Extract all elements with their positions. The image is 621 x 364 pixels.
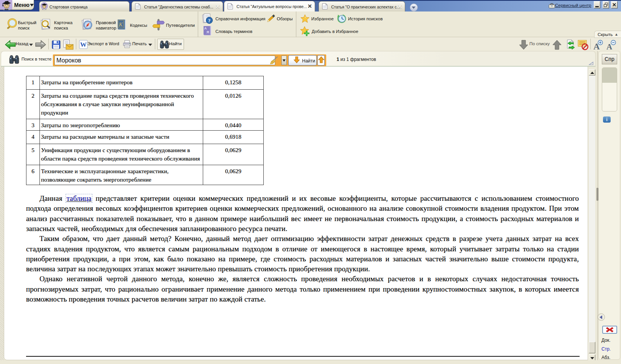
svg-text:А: А [204, 26, 207, 30]
svg-text:К: К [118, 21, 123, 28]
svg-text:Я: Я [207, 30, 209, 34]
svg-text:?: ? [208, 18, 211, 23]
svg-text:W: W [80, 41, 87, 48]
